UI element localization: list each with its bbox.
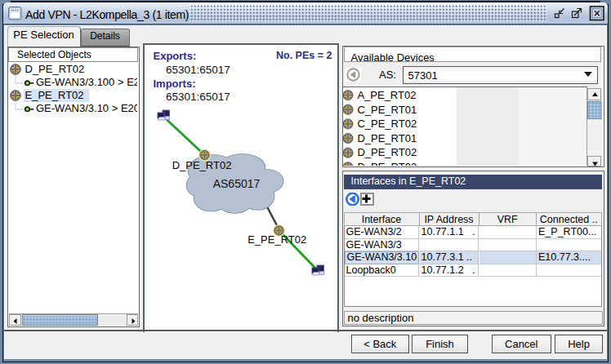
svg-text:D_PE_RT02: D_PE_RT02 — [172, 159, 231, 171]
svg-text:AS65017: AS65017 — [212, 177, 260, 190]
svg-text:E_PE_RT02: E_PE_RT02 — [248, 233, 306, 246]
